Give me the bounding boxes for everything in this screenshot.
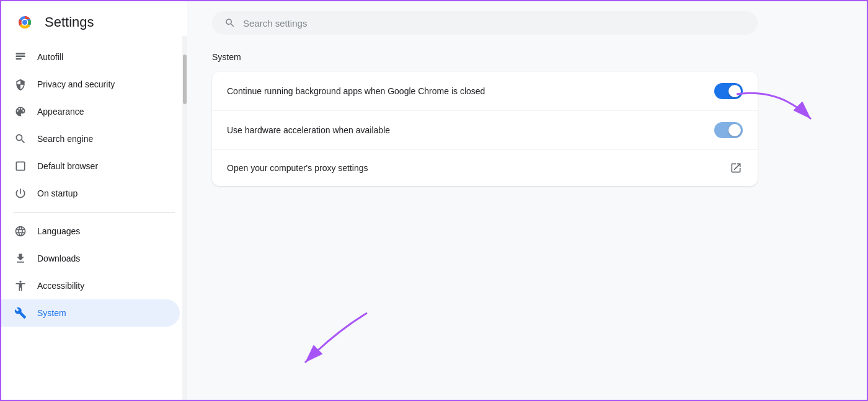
section-title: System [212, 47, 842, 62]
browser-icon [14, 159, 27, 173]
sidebar-label-downloads: Downloads [37, 253, 80, 263]
sidebar-label-privacy: Privacy and security [37, 79, 115, 89]
sidebar-label-startup: On startup [37, 188, 78, 198]
background-apps-toggle[interactable] [714, 83, 743, 99]
hardware-acceleration-label: Use hardware acceleration when available [227, 125, 390, 135]
external-link-icon [729, 161, 743, 175]
sidebar-label-appearance: Appearance [37, 107, 84, 117]
sidebar-item-on-startup[interactable]: On startup [1, 180, 180, 207]
power-icon [14, 187, 27, 200]
accessibility-icon [14, 279, 27, 293]
sidebar-label-search: Search engine [37, 134, 93, 144]
sidebar-item-languages[interactable]: Languages [1, 218, 180, 245]
wrench-icon [14, 306, 27, 320]
search-bar-icon [224, 17, 236, 29]
search-input[interactable] [243, 18, 745, 29]
palette-icon [14, 105, 27, 118]
sidebar-scrollbar[interactable] [182, 36, 187, 400]
svg-rect-5 [16, 56, 25, 58]
svg-rect-4 [16, 53, 25, 55]
sidebar-item-appearance[interactable]: Appearance [1, 98, 180, 125]
globe-icon [14, 224, 27, 238]
background-apps-label: Continue running background apps when Go… [227, 86, 485, 96]
sidebar-item-system[interactable]: System [1, 299, 180, 327]
autofill-icon [14, 50, 27, 64]
search-bar [212, 11, 758, 35]
sidebar-item-search-engine[interactable]: Search engine [1, 125, 180, 152]
toggle-thumb-1 [728, 85, 741, 97]
sidebar-label-autofill: Autofill [37, 52, 63, 62]
download-icon [14, 252, 27, 265]
svg-rect-6 [16, 58, 22, 60]
chrome-logo-icon [14, 11, 36, 33]
proxy-settings-label: Open your computer's proxy settings [227, 163, 368, 173]
sidebar-label-languages: Languages [37, 226, 80, 236]
app-title: Settings [45, 14, 94, 30]
sidebar-label-default-browser: Default browser [37, 161, 98, 171]
main-wrapper: System Continue running background apps … [187, 1, 867, 400]
sidebar-item-downloads[interactable]: Downloads [1, 245, 180, 272]
hardware-acceleration-toggle[interactable] [714, 122, 743, 138]
nav-separator [14, 212, 175, 213]
toggle-thumb-2 [728, 124, 741, 136]
main-content: System Continue running background apps … [187, 1, 867, 400]
settings-row-proxy[interactable]: Open your computer's proxy settings [212, 150, 758, 186]
settings-row-background-apps: Continue running background apps when Go… [212, 72, 758, 111]
search-mag-icon [14, 132, 27, 146]
sidebar-item-accessibility[interactable]: Accessibility [1, 272, 180, 299]
sidebar-header: Settings [1, 1, 187, 43]
sidebar-item-privacy-security[interactable]: Privacy and security [1, 71, 180, 98]
shield-icon [14, 77, 27, 91]
settings-card: Continue running background apps when Go… [212, 72, 758, 186]
sidebar-label-accessibility: Accessibility [37, 281, 84, 291]
sidebar-item-autofill[interactable]: Autofill [1, 43, 180, 71]
search-bar-container [212, 1, 758, 47]
sidebar-item-default-browser[interactable]: Default browser [1, 152, 180, 180]
svg-point-3 [22, 20, 27, 25]
sidebar: Settings Autofill Privacy and security A… [1, 1, 187, 400]
settings-row-hardware-acceleration: Use hardware acceleration when available [212, 111, 758, 150]
sidebar-nav: Autofill Privacy and security Appearance… [1, 43, 187, 400]
sidebar-label-system: System [37, 308, 66, 318]
sidebar-scrollbar-thumb [183, 55, 187, 104]
